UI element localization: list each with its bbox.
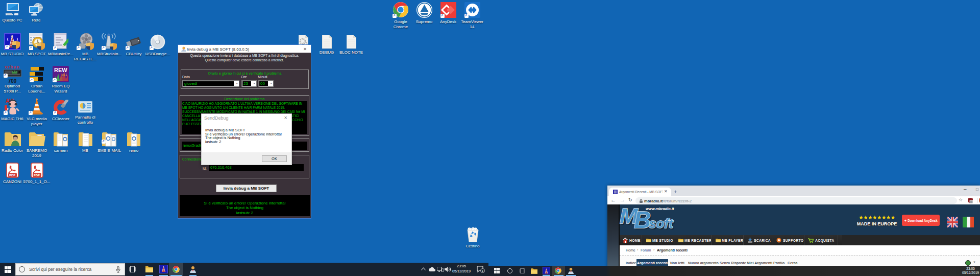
svg-text:PDF: PDF bbox=[9, 174, 15, 177]
svg-text:PDF: PDF bbox=[34, 174, 40, 177]
svg-text:soft: soft bbox=[649, 216, 674, 231]
svg-text:V5.1: V5.1 bbox=[62, 73, 67, 76]
svg-text:REW: REW bbox=[54, 67, 67, 73]
